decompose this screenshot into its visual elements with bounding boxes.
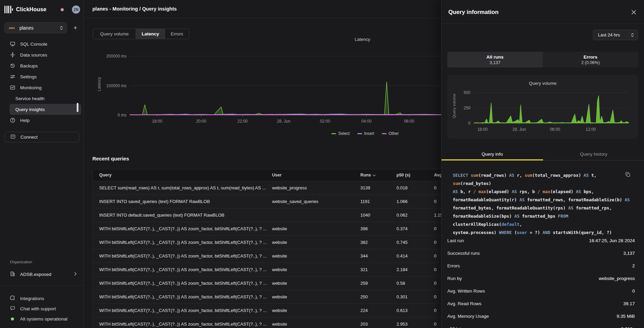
close-icon[interactable] <box>630 9 637 16</box>
table-row[interactable]: WITH bitShiftLeft(CAST(?..), _CAST(?..))… <box>93 276 441 290</box>
stat-value: website_progress <box>599 276 635 281</box>
table-cell: INSERT INTO saved_queries (text) FORMAT … <box>93 199 272 204</box>
settings-sliders-icon <box>10 74 15 79</box>
connect-label: Connect <box>20 135 38 140</box>
summary-tab-label: All runs <box>486 54 504 60</box>
sidebar-item-label: Service health <box>15 96 45 101</box>
table-cell: 382 <box>360 240 396 245</box>
integrations-link[interactable]: Integrations <box>4 293 79 303</box>
stat-row: Avg. Written Rows0 <box>441 285 644 297</box>
latency-chart[interactable]: 0 ms100000 ms200000 ms18:0020:0022:0028.… <box>98 51 441 129</box>
time-range-value: Last 24 hrs <box>598 32 620 37</box>
sidebar-item-settings[interactable]: Settings <box>10 71 81 82</box>
logo-row: ClickHouse ZN <box>4 5 80 14</box>
stat-value: 9.35 MiB <box>617 314 635 319</box>
svg-text:200000 ms: 200000 ms <box>106 54 126 59</box>
sidebar-item-label: Help <box>20 118 30 123</box>
table-row[interactable]: WITH bitShiftLeft(CAST(?..), _CAST(?..))… <box>93 317 441 328</box>
tab-query-volume[interactable]: Query volume <box>93 29 136 39</box>
chevron-right-icon <box>74 272 77 277</box>
organization-row[interactable]: ADSB.exposed <box>4 269 79 279</box>
sidebar-item-backups[interactable]: Backups <box>10 60 81 71</box>
sidebar-item-label: Query insights <box>15 107 45 112</box>
sidebar-item-sql-console[interactable]: SQL Console <box>10 38 81 49</box>
table-cell: 203 <box>360 322 396 327</box>
connect-button[interactable]: Connect <box>4 132 79 142</box>
tab-latency[interactable]: Latency <box>136 29 165 39</box>
sidebar-scrollbar-thumb[interactable] <box>77 103 78 112</box>
time-range-select[interactable]: Last 24 hrs <box>593 30 638 40</box>
sidebar-item-label: Settings <box>20 74 37 79</box>
notification-dot[interactable] <box>61 8 64 11</box>
help-icon <box>10 118 15 123</box>
sidebar-item-query-insights[interactable]: Query insights <box>10 104 81 115</box>
table-row[interactable]: SELECT sum(read_rows) AS r, sum(total_ro… <box>93 181 441 194</box>
chart-tabs: Query volume Latency Errors <box>93 29 189 39</box>
column-header-user: User <box>272 173 360 177</box>
table-row[interactable]: WITH bitShiftLeft(CAST(?..), _CAST(?..))… <box>93 303 441 317</box>
tab-query-history[interactable]: Query history <box>543 148 644 160</box>
sort-chevron-icon <box>373 174 376 176</box>
table-cell: 0 <box>434 185 441 190</box>
add-service-button[interactable]: + <box>70 23 80 33</box>
sql-code-block[interactable]: SELECT sum(read_rows) AS r, sum(total_ro… <box>453 171 630 237</box>
system-status-link[interactable]: All systems operational <box>4 314 79 324</box>
table-cell: 0 <box>434 322 441 327</box>
table-cell: 2.184 <box>396 267 434 272</box>
sidebar-item-data-sources[interactable]: Data sources <box>10 49 81 60</box>
table-cell: 0.062 <box>396 213 434 218</box>
summary-tabs: All runs 3,137 Errors 2 (0.06%) <box>447 52 638 67</box>
stat-label: Avg. Written Rows <box>447 288 485 294</box>
query-volume-card: Query volume Query volume 025050018:0028… <box>447 75 638 139</box>
table-row[interactable]: WITH bitShiftLeft(CAST(?..), _CAST(?..))… <box>93 235 441 249</box>
legend-item[interactable]: Other <box>382 131 399 136</box>
table-row[interactable]: WITH bitShiftLeft(CAST(?..), _CAST(?..))… <box>93 290 441 303</box>
chat-support-link[interactable]: Chat with support <box>4 303 79 314</box>
summary-tab-label: Errors <box>584 54 598 60</box>
service-selector[interactable]: aws planes <box>4 22 67 33</box>
table-row[interactable]: WITH bitShiftLeft(CAST(?..), _CAST(?..))… <box>93 222 441 235</box>
table-cell: 0 <box>434 199 441 204</box>
table-row[interactable]: WITH bitShiftLeft(CAST(?..), _CAST(?..))… <box>93 249 441 263</box>
table-cell: website <box>272 308 360 313</box>
tab-all-runs[interactable]: All runs 3,137 <box>447 52 543 67</box>
table-cell: 0 <box>434 308 441 313</box>
table-row[interactable]: WITH bitShiftLeft(CAST(?..), _CAST(?..))… <box>93 263 441 276</box>
sidebar-item-help[interactable]: Help <box>10 115 81 126</box>
svg-text:18:00: 18:00 <box>152 119 162 124</box>
tab-errors[interactable]: Errors <box>165 29 189 39</box>
code-line: AS b, r / max(elapsed) AS rps, b / max(e… <box>453 188 630 196</box>
table-row[interactable]: INSERT INTO default.saved_queries (text)… <box>93 208 441 222</box>
tab-query-info[interactable]: Query info <box>441 148 543 160</box>
service-name: planes <box>19 25 33 31</box>
sidebar-item-label: Backups <box>20 63 38 68</box>
table-cell: SELECT sum(read_rows) AS r, sum(total_ro… <box>93 185 272 190</box>
tab-errors-summary[interactable]: Errors 2 (0.06%) <box>543 52 638 67</box>
main-header: planes - Monitoring / Query insights <box>84 0 441 18</box>
query-volume-chart[interactable]: 025050018:0028. Jun06:0012:00 <box>451 88 635 136</box>
legend-item[interactable]: Insert <box>357 131 374 136</box>
table-cell: 224 <box>360 308 396 313</box>
table-cell: WITH bitShiftLeft(CAST(?..), _CAST(?..))… <box>93 253 272 259</box>
table-cell: website <box>272 240 360 245</box>
sidebar-item-service-health[interactable]: Service health <box>10 93 81 104</box>
table-cell: 3139 <box>360 185 396 190</box>
table-row[interactable]: INSERT INTO saved_queries (text) FORMAT … <box>93 194 441 208</box>
legend-swatch <box>382 133 387 134</box>
sidebar-item-monitoring[interactable]: Monitoring <box>10 82 81 93</box>
table-cell: website <box>272 294 360 299</box>
legend-swatch <box>331 133 336 134</box>
table-cell: website <box>272 281 360 286</box>
stat-label: Errors <box>447 263 460 268</box>
organization-section-label: Organization <box>10 260 32 264</box>
monitoring-icon <box>10 85 15 90</box>
table-cell: 0.613 <box>396 308 434 313</box>
copy-icon[interactable] <box>625 172 630 178</box>
query-info-tabs: Query info Query history <box>441 148 644 160</box>
column-header-runs[interactable]: Runs <box>360 173 396 177</box>
puzzle-icon <box>10 295 15 302</box>
stat-value: 0.018s <box>621 326 635 328</box>
svg-text:12:00: 12:00 <box>586 127 596 132</box>
legend-item[interactable]: Select <box>331 131 349 136</box>
avatar[interactable]: ZN <box>72 5 80 14</box>
